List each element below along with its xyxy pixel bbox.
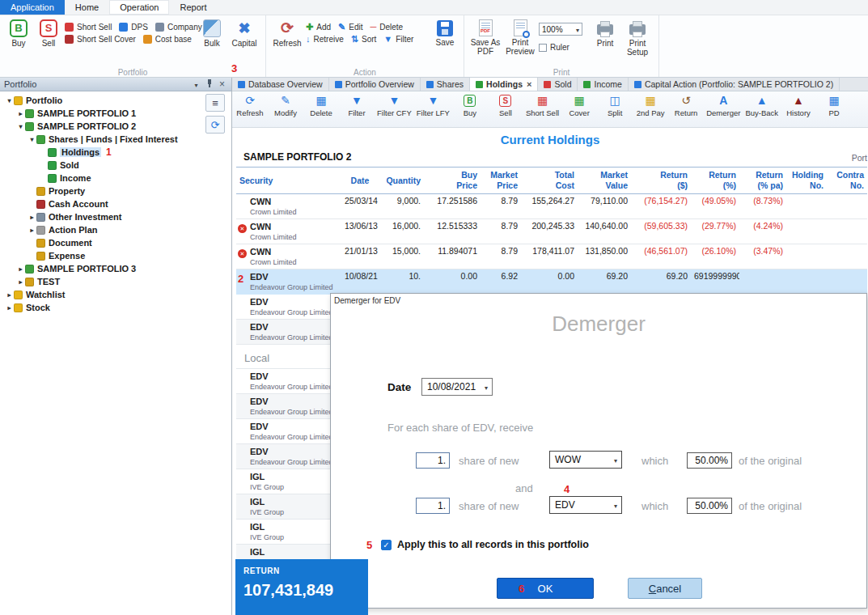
- tree-item-sample-portfolio-3[interactable]: SAMPLE PORTFOLIO 3: [0, 262, 231, 275]
- tree-item-property[interactable]: Property: [0, 184, 231, 197]
- toolbar-buy-back-button[interactable]: ▲Buy-Back: [743, 91, 781, 127]
- holding-row[interactable]: CWNCrown Limited 25/03/14 9,000. 17.2515…: [236, 194, 867, 219]
- column-header-total-cost[interactable]: TotalCost: [521, 168, 578, 194]
- dps-button[interactable]: DPS: [119, 23, 148, 32]
- tree-item-document[interactable]: Document: [0, 236, 231, 249]
- tree-item-sold[interactable]: Sold: [0, 159, 231, 172]
- ruler-checkbox-row[interactable]: Ruler: [539, 43, 589, 52]
- percent-input-1[interactable]: [687, 452, 732, 469]
- toolbar-history-button[interactable]: ▲History: [781, 91, 816, 127]
- ruler-checkbox[interactable]: [539, 44, 547, 52]
- add-button[interactable]: ✚Add: [306, 23, 331, 32]
- close-tab-icon[interactable]: [526, 79, 531, 89]
- toolbar-split-button[interactable]: ◫Split: [597, 91, 633, 127]
- tree-item-income[interactable]: Income: [0, 172, 231, 184]
- toolbar-buy-button[interactable]: BBuy: [452, 91, 488, 127]
- doc-tab-database-overview[interactable]: Database Overview: [232, 78, 329, 91]
- toolbar-clipped-button[interactable]: ▦PD: [816, 91, 852, 127]
- sort-button[interactable]: ⇅Sort: [351, 35, 377, 44]
- collapse-icon[interactable]: [28, 136, 36, 143]
- doc-tab-income[interactable]: Income: [578, 78, 628, 91]
- tree-item-sample-portfolio-2[interactable]: SAMPLE PORTFOLIO 2: [0, 120, 231, 133]
- save-as-pdf-button[interactable]: PDF Save As PDF: [469, 18, 502, 56]
- date-dropdown[interactable]: 10/08/2021: [421, 378, 493, 396]
- panel-menu-icon[interactable]: [191, 80, 201, 89]
- expand-icon[interactable]: [16, 110, 25, 117]
- tree-item-other-investment[interactable]: Other Investment: [0, 210, 231, 223]
- tab-application[interactable]: Application: [0, 0, 65, 15]
- expand-icon[interactable]: [5, 304, 14, 312]
- short-sell-button[interactable]: Short Sell: [65, 23, 112, 32]
- toolbar-short-sell-button[interactable]: ▦Short Sell: [523, 91, 561, 127]
- selected-holding-row[interactable]: 2EDVEndeavour Group Limited 10/08/21 10.…: [236, 269, 867, 295]
- share-quantity-input-2[interactable]: [416, 498, 450, 514]
- tree-item-holdings[interactable]: Holdings1: [0, 146, 231, 159]
- tab-operation[interactable]: Operation: [109, 0, 169, 15]
- zoom-dropdown[interactable]: 100%: [539, 23, 582, 36]
- cancel-button[interactable]: Cancel: [628, 578, 702, 599]
- toolbar-filter-button[interactable]: ▼Filter: [339, 91, 375, 127]
- list-view-button[interactable]: ≡: [205, 94, 225, 112]
- close-icon[interactable]: [217, 78, 227, 90]
- print-preview-button[interactable]: Print Preview: [504, 18, 536, 56]
- doc-tab-shares[interactable]: Shares: [421, 78, 470, 91]
- column-header-date[interactable]: Date: [341, 168, 379, 194]
- tree-item-action-plan[interactable]: Action Plan: [0, 223, 231, 236]
- tree-item-stock[interactable]: Stock: [0, 301, 231, 314]
- pin-icon[interactable]: [204, 78, 214, 90]
- tree-item-sample-portfolio-1[interactable]: SAMPLE PORTFOLIO 1: [0, 107, 231, 120]
- toolbar-modify-button[interactable]: ✎Modify: [268, 91, 303, 127]
- column-header-return-pct[interactable]: Return(%): [691, 168, 739, 194]
- toolbar-filter-cfy-button[interactable]: ▼Filter CFY: [375, 91, 414, 127]
- cost-base-button[interactable]: Cost base: [143, 35, 192, 44]
- column-header-contra-no[interactable]: ContraNo.: [827, 168, 867, 194]
- doc-tab-sold[interactable]: Sold: [538, 78, 578, 91]
- retreive-button[interactable]: ↓Retreive: [306, 35, 344, 44]
- percent-input-2[interactable]: [687, 498, 732, 514]
- tree-item-test[interactable]: TEST: [0, 275, 231, 288]
- toolbar-demerger-button[interactable]: ADemerger: [704, 91, 743, 127]
- doc-tab-holdings[interactable]: Holdings: [470, 78, 538, 91]
- company-button[interactable]: Company: [155, 23, 202, 32]
- ok-button[interactable]: 6OK: [497, 578, 594, 599]
- security-dropdown-1[interactable]: WOW: [549, 451, 622, 469]
- column-header-security[interactable]: Security: [236, 168, 341, 194]
- holding-row[interactable]: CWNCrown Limited 13/06/13 16,000. 12.515…: [236, 219, 867, 244]
- toolbar-cover-button[interactable]: ▦Cover: [561, 91, 597, 127]
- share-quantity-input-1[interactable]: [416, 452, 450, 469]
- column-header-holding-no[interactable]: HoldingNo.: [786, 168, 827, 194]
- tab-report[interactable]: Report: [169, 0, 217, 15]
- print-setup-button[interactable]: Print Setup: [621, 18, 654, 57]
- filter-button[interactable]: ▼Filter: [383, 35, 413, 44]
- column-header-quantity[interactable]: Quantity: [379, 168, 424, 194]
- toolbar-refresh-button[interactable]: ⟳Refresh: [232, 91, 268, 127]
- tree-item-expense[interactable]: Expense: [0, 249, 231, 262]
- print-button[interactable]: Print: [591, 18, 619, 48]
- tree-item-cash-account[interactable]: Cash Account: [0, 197, 231, 210]
- toolbar-delete-button[interactable]: ▦Delete: [303, 91, 339, 127]
- column-header-return-dollar[interactable]: Return($): [631, 168, 691, 194]
- toolbar-return-button[interactable]: ↺Return: [668, 91, 704, 127]
- sell-button[interactable]: S Sell: [35, 18, 62, 48]
- column-header-market-value[interactable]: MarketValue: [578, 168, 631, 194]
- collapse-icon[interactable]: [16, 123, 25, 130]
- toolbar-sell-button[interactable]: SSell: [488, 91, 523, 127]
- short-sell-cover-button[interactable]: Short Sell Cover: [65, 35, 136, 44]
- bulk-button[interactable]: Bulk: [198, 18, 226, 48]
- delete-button[interactable]: ─Delete: [370, 23, 403, 32]
- collapse-icon[interactable]: [5, 97, 14, 104]
- tree-item-watchlist[interactable]: Watchlist: [0, 288, 231, 301]
- toolbar-filter-lfy-button[interactable]: ▼Filter LFY: [414, 91, 452, 127]
- doc-tab-capital-action[interactable]: Capital Action (Portfolio: SAMPLE PORTFO…: [629, 78, 840, 91]
- refresh-button[interactable]: ⟳ Refresh: [271, 18, 303, 48]
- expand-icon[interactable]: [16, 265, 25, 273]
- save-button[interactable]: Save: [431, 18, 459, 47]
- expand-icon[interactable]: [16, 278, 25, 286]
- column-header-buy-price[interactable]: BuyPrice: [424, 168, 481, 194]
- column-header-return-pct-pa[interactable]: Return(% pa): [739, 168, 786, 194]
- tree-item-portfolio[interactable]: Portfolio: [0, 94, 231, 107]
- buy-button[interactable]: B Buy: [5, 18, 32, 48]
- doc-tab-portfolio-overview[interactable]: Portfolio Overview: [329, 78, 421, 91]
- tab-home[interactable]: Home: [65, 0, 109, 15]
- security-dropdown-2[interactable]: EDV: [549, 496, 622, 514]
